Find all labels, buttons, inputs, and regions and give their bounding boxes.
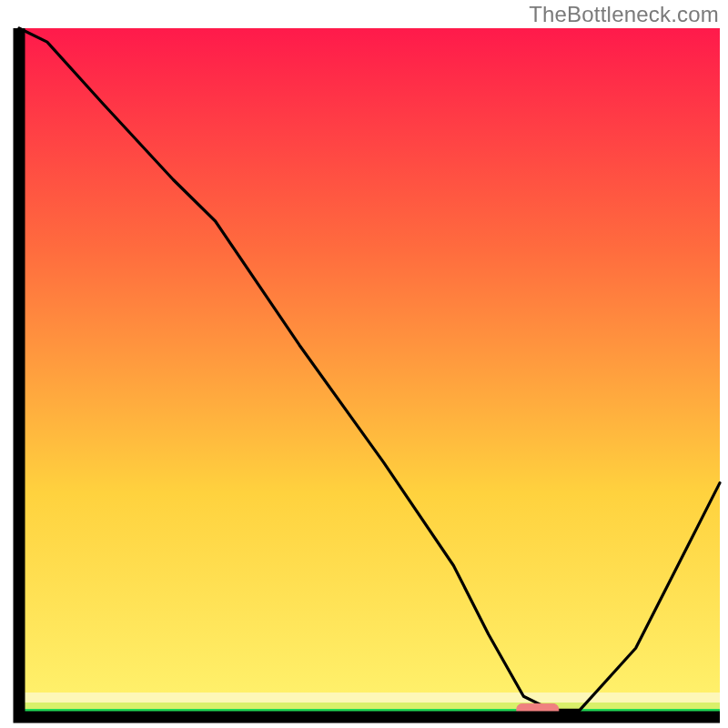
band-yellowgreen — [19, 703, 720, 709]
band-cream — [19, 693, 720, 703]
attribution-text: TheBottleneck.com — [529, 2, 719, 27]
bottleneck-chart — [0, 0, 728, 728]
